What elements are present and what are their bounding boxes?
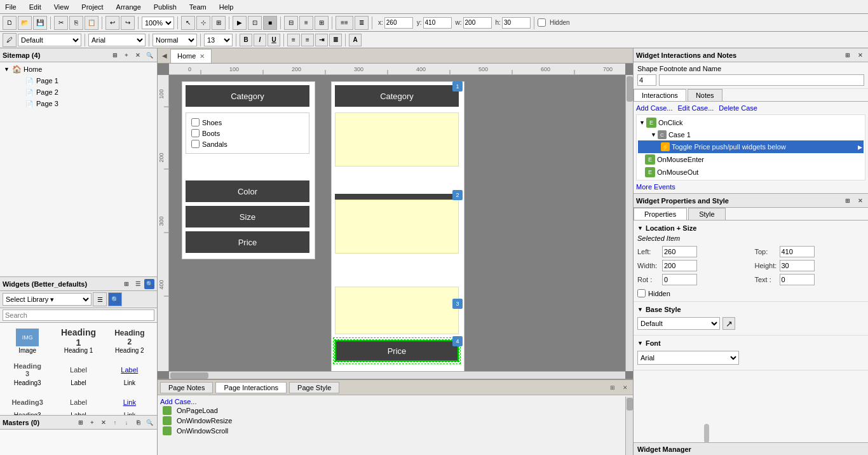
edit-case-link[interactable]: Edit Case...	[677, 104, 714, 112]
sitemap-add-icon[interactable]: +	[121, 50, 132, 60]
footnote-name-input[interactable]	[659, 74, 864, 86]
widget-label-a[interactable]: Label Label	[53, 358, 103, 389]
cut-btn[interactable]: ✂	[54, 16, 68, 30]
menu-help[interactable]: Help	[217, 2, 236, 12]
it-onclick[interactable]: ▼ E OnClick	[638, 116, 864, 129]
category-widget-right[interactable]: Category 1	[335, 85, 459, 107]
base-style-edit-btn[interactable]: ↗	[722, 317, 735, 330]
tab-home[interactable]: Home ✕	[170, 49, 212, 63]
indent-btn[interactable]: ⇥	[315, 34, 328, 46]
redo-btn[interactable]: ↪	[121, 16, 135, 30]
masters-search-icon[interactable]: 🔍	[144, 418, 154, 428]
play-btn[interactable]: ▶	[233, 16, 247, 30]
scrollbar-thumb-h[interactable]	[170, 372, 208, 379]
category-widget-left[interactable]: Category	[186, 85, 309, 107]
wi-tab-notes[interactable]: Notes	[688, 89, 722, 101]
sitemap-delete-icon[interactable]: ✕	[133, 50, 143, 60]
color-btn[interactable]: ■	[263, 16, 277, 30]
wp-tab-style[interactable]: Style	[688, 208, 725, 220]
crop-btn[interactable]: ⊞	[212, 16, 226, 30]
widget-heading1[interactable]: Heading 1 Heading 1	[53, 325, 103, 357]
library-select[interactable]: Select Library ▾	[3, 293, 92, 306]
top-input[interactable]	[780, 246, 815, 257]
widgets-expand-icon[interactable]: ⊞	[121, 279, 132, 289]
select-btn[interactable]: ↖	[181, 16, 195, 30]
y-input[interactable]	[423, 17, 452, 29]
base-style-header[interactable]: ▼ Base Style	[637, 304, 864, 315]
footnote-number-input[interactable]	[637, 74, 656, 86]
wi-close-icon[interactable]: ✕	[855, 50, 865, 60]
add-case-link-bottom[interactable]: Add Case...	[160, 398, 196, 405]
height-input[interactable]	[780, 260, 815, 271]
color-widget-left[interactable]: Color	[186, 180, 309, 202]
bottom-expand-icon[interactable]: ⊞	[607, 383, 618, 393]
underline-btn[interactable]: U	[268, 34, 280, 46]
masters-up-icon[interactable]: ↑	[110, 418, 120, 428]
align-left-btn[interactable]: ≡	[287, 34, 300, 46]
hidden-property-checkbox[interactable]	[637, 289, 646, 297]
sitemap-item-page2[interactable]: 📄 Page 2	[1, 86, 156, 98]
checkbox-boots[interactable]: Boots	[191, 129, 304, 137]
x-input[interactable]	[384, 17, 413, 29]
canvas-scroll[interactable]: Category Shoes Boots	[169, 75, 625, 371]
left-input[interactable]	[662, 246, 697, 257]
masters-copy-icon[interactable]: ⎘	[133, 418, 143, 428]
align-center-btn[interactable]: ≡	[301, 34, 314, 46]
tab-page-interactions[interactable]: Page Interactions	[215, 382, 287, 393]
new-btn[interactable]: 🗋	[3, 16, 17, 30]
masters-add-icon[interactable]: +	[87, 418, 97, 428]
it-toggle-action[interactable]: ⚡ Toggle Price push/pull widgets below ▸	[638, 140, 864, 153]
scrollbar-thumb-v[interactable]	[627, 76, 633, 102]
wi-tab-interactions[interactable]: Interactions	[634, 89, 686, 101]
shoes-checkbox[interactable]	[191, 118, 200, 126]
open-btn[interactable]: 📂	[18, 16, 32, 30]
price-widget-right-selected[interactable]: Price 4	[335, 340, 459, 362]
style-select[interactable]: Default	[18, 34, 81, 46]
connect-btn[interactable]: ⊹	[196, 16, 210, 30]
tab-home-close-icon[interactable]: ✕	[200, 53, 205, 60]
text-align-btn[interactable]: ≡≡	[336, 16, 353, 30]
it-onmouseout[interactable]: ▶ E OnMouseOut	[638, 166, 864, 179]
tab-page-style[interactable]: Page Style	[289, 382, 339, 393]
event-onwindowresize[interactable]: OnWindowResize	[160, 416, 630, 426]
widget-image[interactable]: IMG Image	[3, 325, 52, 357]
event-onwindowscroll[interactable]: OnWindowScroll	[160, 426, 630, 436]
undo-btn[interactable]: ↩	[105, 16, 119, 30]
event-onpageload[interactable]: OnPageLoad	[160, 405, 630, 416]
wp-tab-properties[interactable]: Properties	[634, 208, 687, 220]
distribute-btn[interactable]: ≡	[299, 16, 313, 30]
wp-expand-icon[interactable]: ⊞	[843, 196, 853, 206]
paste-btn[interactable]: 📋	[85, 16, 98, 30]
font-color-btn[interactable]: A	[349, 34, 362, 46]
save-btn[interactable]: 💾	[33, 16, 47, 30]
sitemap-expand-icon[interactable]: ⊞	[110, 50, 120, 60]
style-picker-btn[interactable]: 🖊	[3, 33, 17, 47]
widget-search-active-btn[interactable]: 🔍	[108, 292, 122, 306]
masters-delete-icon[interactable]: ✕	[98, 418, 109, 428]
list-btn[interactable]: ≣	[329, 34, 342, 46]
font-header[interactable]: ▼ Font	[637, 338, 864, 348]
sitemap-item-home[interactable]: ▼ 🏠 Home	[1, 64, 156, 75]
menu-project[interactable]: Project	[79, 2, 105, 12]
wi-expand-icon[interactable]: ⊞	[843, 50, 853, 60]
menu-arrange[interactable]: Arrange	[114, 2, 144, 12]
menu-publish[interactable]: Publish	[151, 2, 179, 12]
widget-heading2[interactable]: Heading 2 Heading 2	[105, 325, 154, 357]
canvas-scrollbar-h[interactable]	[169, 371, 625, 379]
widget-link-a[interactable]: Label Link	[105, 358, 154, 389]
bullet-btn[interactable]: ≣	[355, 16, 369, 30]
menu-file[interactable]: File	[3, 2, 19, 12]
location-size-header[interactable]: ▼ Location + Size	[637, 223, 864, 233]
width-input[interactable]	[662, 260, 697, 271]
menu-edit[interactable]: Edit	[27, 2, 44, 12]
menu-view[interactable]: View	[51, 2, 72, 12]
sitemap-search-icon[interactable]: 🔍	[144, 50, 154, 60]
tab-arrow-left[interactable]: ◀	[159, 49, 170, 63]
price-widget-left[interactable]: Price	[186, 231, 309, 253]
sandals-checkbox[interactable]	[191, 140, 200, 148]
checkbox-sandals[interactable]: Sandals	[191, 140, 304, 148]
more-events-link[interactable]: More Events	[636, 183, 675, 191]
font-style-select[interactable]: Normal	[153, 34, 197, 46]
it-onmouseenter[interactable]: ▶ E OnMouseEnter	[638, 153, 864, 166]
bottom-close-icon[interactable]: ✕	[620, 383, 630, 393]
